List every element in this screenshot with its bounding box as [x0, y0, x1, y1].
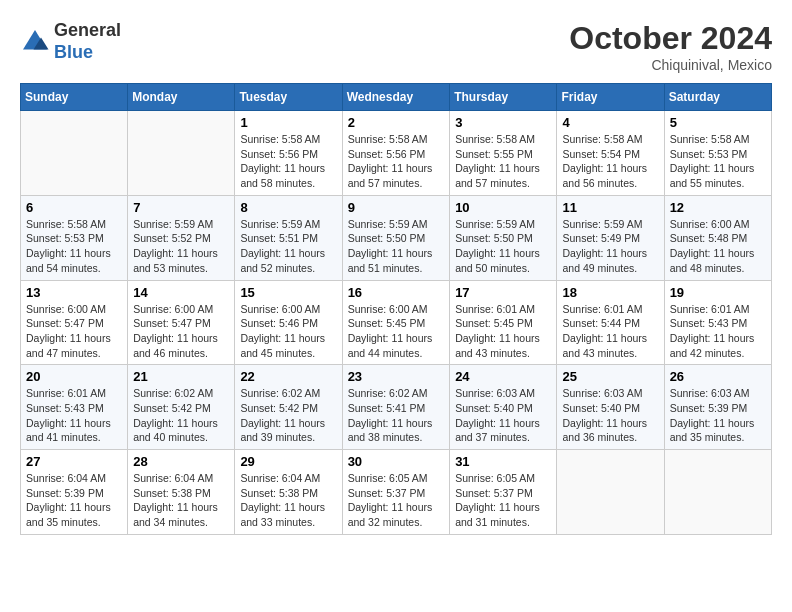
col-sunday: Sunday: [21, 84, 128, 111]
table-row: 13 Sunrise: 6:00 AMSunset: 5:47 PMDaylig…: [21, 280, 128, 365]
month-title: October 2024: [569, 20, 772, 57]
day-number: 24: [455, 369, 551, 384]
day-number: 11: [562, 200, 658, 215]
day-number: 28: [133, 454, 229, 469]
table-row: 21 Sunrise: 6:02 AMSunset: 5:42 PMDaylig…: [128, 365, 235, 450]
cell-info: Sunrise: 6:00 AMSunset: 5:46 PMDaylight:…: [240, 303, 325, 359]
location: Chiquinival, Mexico: [569, 57, 772, 73]
table-row: [21, 111, 128, 196]
day-number: 12: [670, 200, 766, 215]
day-number: 23: [348, 369, 445, 384]
table-row: 9 Sunrise: 5:59 AMSunset: 5:50 PMDayligh…: [342, 195, 450, 280]
day-number: 30: [348, 454, 445, 469]
cell-info: Sunrise: 5:58 AMSunset: 5:53 PMDaylight:…: [670, 133, 755, 189]
table-row: [128, 111, 235, 196]
cell-info: Sunrise: 6:02 AMSunset: 5:42 PMDaylight:…: [240, 387, 325, 443]
table-row: 29 Sunrise: 6:04 AMSunset: 5:38 PMDaylig…: [235, 450, 342, 535]
table-row: 22 Sunrise: 6:02 AMSunset: 5:42 PMDaylig…: [235, 365, 342, 450]
logo: General Blue: [20, 20, 121, 63]
cell-info: Sunrise: 5:58 AMSunset: 5:54 PMDaylight:…: [562, 133, 647, 189]
page-header: General Blue October 2024 Chiquinival, M…: [20, 20, 772, 73]
table-row: 5 Sunrise: 5:58 AMSunset: 5:53 PMDayligh…: [664, 111, 771, 196]
cell-info: Sunrise: 6:05 AMSunset: 5:37 PMDaylight:…: [348, 472, 433, 528]
logo-line1: General: [54, 20, 121, 42]
cell-info: Sunrise: 6:03 AMSunset: 5:40 PMDaylight:…: [455, 387, 540, 443]
cell-info: Sunrise: 5:59 AMSunset: 5:50 PMDaylight:…: [455, 218, 540, 274]
table-row: 25 Sunrise: 6:03 AMSunset: 5:40 PMDaylig…: [557, 365, 664, 450]
day-number: 9: [348, 200, 445, 215]
table-row: [664, 450, 771, 535]
cell-info: Sunrise: 5:59 AMSunset: 5:52 PMDaylight:…: [133, 218, 218, 274]
day-number: 18: [562, 285, 658, 300]
day-number: 21: [133, 369, 229, 384]
day-number: 10: [455, 200, 551, 215]
table-row: 8 Sunrise: 5:59 AMSunset: 5:51 PMDayligh…: [235, 195, 342, 280]
cell-info: Sunrise: 5:59 AMSunset: 5:50 PMDaylight:…: [348, 218, 433, 274]
table-row: 10 Sunrise: 5:59 AMSunset: 5:50 PMDaylig…: [450, 195, 557, 280]
day-number: 19: [670, 285, 766, 300]
day-number: 26: [670, 369, 766, 384]
day-number: 13: [26, 285, 122, 300]
day-number: 6: [26, 200, 122, 215]
day-number: 29: [240, 454, 336, 469]
day-number: 1: [240, 115, 336, 130]
cell-info: Sunrise: 6:00 AMSunset: 5:45 PMDaylight:…: [348, 303, 433, 359]
day-number: 15: [240, 285, 336, 300]
cell-info: Sunrise: 6:00 AMSunset: 5:47 PMDaylight:…: [26, 303, 111, 359]
table-row: 20 Sunrise: 6:01 AMSunset: 5:43 PMDaylig…: [21, 365, 128, 450]
table-row: 15 Sunrise: 6:00 AMSunset: 5:46 PMDaylig…: [235, 280, 342, 365]
col-saturday: Saturday: [664, 84, 771, 111]
calendar-header: Sunday Monday Tuesday Wednesday Thursday…: [21, 84, 772, 111]
cell-info: Sunrise: 6:00 AMSunset: 5:48 PMDaylight:…: [670, 218, 755, 274]
day-number: 27: [26, 454, 122, 469]
cell-info: Sunrise: 6:01 AMSunset: 5:45 PMDaylight:…: [455, 303, 540, 359]
table-row: 19 Sunrise: 6:01 AMSunset: 5:43 PMDaylig…: [664, 280, 771, 365]
table-row: [557, 450, 664, 535]
cell-info: Sunrise: 6:03 AMSunset: 5:40 PMDaylight:…: [562, 387, 647, 443]
table-row: 1 Sunrise: 5:58 AMSunset: 5:56 PMDayligh…: [235, 111, 342, 196]
cell-info: Sunrise: 6:05 AMSunset: 5:37 PMDaylight:…: [455, 472, 540, 528]
day-number: 25: [562, 369, 658, 384]
table-row: 17 Sunrise: 6:01 AMSunset: 5:45 PMDaylig…: [450, 280, 557, 365]
table-row: 14 Sunrise: 6:00 AMSunset: 5:47 PMDaylig…: [128, 280, 235, 365]
cell-info: Sunrise: 5:58 AMSunset: 5:56 PMDaylight:…: [240, 133, 325, 189]
table-row: 28 Sunrise: 6:04 AMSunset: 5:38 PMDaylig…: [128, 450, 235, 535]
cell-info: Sunrise: 5:59 AMSunset: 5:51 PMDaylight:…: [240, 218, 325, 274]
table-row: 24 Sunrise: 6:03 AMSunset: 5:40 PMDaylig…: [450, 365, 557, 450]
day-number: 3: [455, 115, 551, 130]
table-row: 26 Sunrise: 6:03 AMSunset: 5:39 PMDaylig…: [664, 365, 771, 450]
day-number: 14: [133, 285, 229, 300]
logo-line2: Blue: [54, 42, 121, 64]
day-number: 2: [348, 115, 445, 130]
calendar-table: Sunday Monday Tuesday Wednesday Thursday…: [20, 83, 772, 535]
title-block: October 2024 Chiquinival, Mexico: [569, 20, 772, 73]
day-number: 17: [455, 285, 551, 300]
cell-info: Sunrise: 6:01 AMSunset: 5:43 PMDaylight:…: [670, 303, 755, 359]
table-row: 18 Sunrise: 6:01 AMSunset: 5:44 PMDaylig…: [557, 280, 664, 365]
table-row: 4 Sunrise: 5:58 AMSunset: 5:54 PMDayligh…: [557, 111, 664, 196]
col-wednesday: Wednesday: [342, 84, 450, 111]
cell-info: Sunrise: 6:04 AMSunset: 5:39 PMDaylight:…: [26, 472, 111, 528]
day-number: 20: [26, 369, 122, 384]
table-row: 30 Sunrise: 6:05 AMSunset: 5:37 PMDaylig…: [342, 450, 450, 535]
col-monday: Monday: [128, 84, 235, 111]
cell-info: Sunrise: 5:58 AMSunset: 5:53 PMDaylight:…: [26, 218, 111, 274]
cell-info: Sunrise: 6:04 AMSunset: 5:38 PMDaylight:…: [240, 472, 325, 528]
table-row: 6 Sunrise: 5:58 AMSunset: 5:53 PMDayligh…: [21, 195, 128, 280]
logo-icon: [20, 27, 50, 57]
table-row: 2 Sunrise: 5:58 AMSunset: 5:56 PMDayligh…: [342, 111, 450, 196]
cell-info: Sunrise: 6:02 AMSunset: 5:42 PMDaylight:…: [133, 387, 218, 443]
cell-info: Sunrise: 6:01 AMSunset: 5:43 PMDaylight:…: [26, 387, 111, 443]
col-thursday: Thursday: [450, 84, 557, 111]
cell-info: Sunrise: 6:04 AMSunset: 5:38 PMDaylight:…: [133, 472, 218, 528]
cell-info: Sunrise: 6:03 AMSunset: 5:39 PMDaylight:…: [670, 387, 755, 443]
table-row: 7 Sunrise: 5:59 AMSunset: 5:52 PMDayligh…: [128, 195, 235, 280]
day-number: 4: [562, 115, 658, 130]
day-number: 8: [240, 200, 336, 215]
cell-info: Sunrise: 5:58 AMSunset: 5:56 PMDaylight:…: [348, 133, 433, 189]
table-row: 12 Sunrise: 6:00 AMSunset: 5:48 PMDaylig…: [664, 195, 771, 280]
day-number: 7: [133, 200, 229, 215]
table-row: 16 Sunrise: 6:00 AMSunset: 5:45 PMDaylig…: [342, 280, 450, 365]
col-friday: Friday: [557, 84, 664, 111]
cell-info: Sunrise: 5:59 AMSunset: 5:49 PMDaylight:…: [562, 218, 647, 274]
